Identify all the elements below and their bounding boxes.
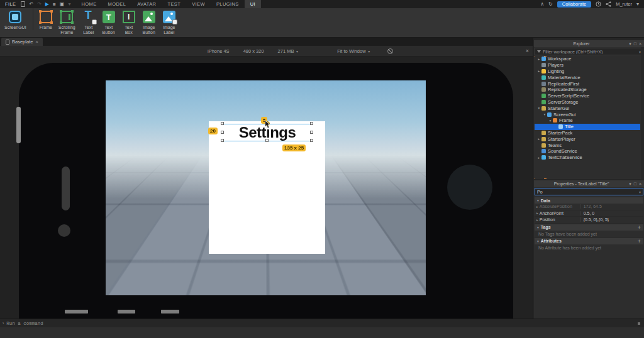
share-icon[interactable] — [606, 1, 611, 7]
file-menu[interactable]: FILE — [0, 1, 21, 7]
explorer-scrollbar[interactable] — [641, 47, 644, 179]
property-expand-icon[interactable]: ▸ — [536, 218, 538, 222]
property-value[interactable]: 172, 64.5 — [580, 204, 643, 209]
history-clock-icon[interactable] — [596, 1, 601, 7]
property-expand-icon[interactable]: ▸ — [536, 205, 538, 209]
properties-float-icon[interactable]: □ — [634, 182, 636, 186]
property-expand-icon[interactable]: ▸ — [536, 211, 538, 215]
explorer-menu-icon[interactable]: ▾ — [629, 41, 631, 46]
tree-row[interactable]: ▸ TextChatService — [535, 155, 640, 161]
device-resolution[interactable]: 480 x 320 — [243, 48, 264, 54]
property-row[interactable]: ▸AbsolutePosition 172, 64.5 — [535, 204, 643, 210]
property-value[interactable]: 0.5, 0 — [580, 211, 643, 215]
tree-row[interactable]: ▾ Frame — [535, 117, 640, 124]
tree-expand-icon[interactable]: ▸ — [536, 137, 541, 141]
device-memory[interactable]: 271 MB ▾ — [278, 48, 299, 54]
tree-row[interactable]: StarterPack — [535, 130, 640, 136]
menu-tab[interactable]: TEST — [162, 0, 186, 8]
tree-expand-icon[interactable]: ▸ — [536, 156, 541, 160]
tree-expand-icon[interactable]: ▸ — [536, 57, 541, 61]
section-attributes[interactable]: ▾ Attributes + — [535, 237, 643, 244]
selection-handle-bottom-right[interactable] — [310, 139, 313, 142]
tab-close-icon[interactable]: × — [35, 39, 38, 45]
ribbon-tool[interactable]: Image Label — [159, 8, 179, 35]
ribbon-tool[interactable]: Image Button — [139, 8, 159, 35]
explorer-filter[interactable]: ▾ — [535, 48, 643, 55]
tree-row[interactable]: ▸ StarterPlayer — [535, 136, 640, 142]
ribbon-tool[interactable]: ScreenGUI — [1, 8, 30, 30]
device-name[interactable]: iPhone 4S — [208, 48, 230, 54]
ribbon-tool[interactable]: Text Label — [79, 8, 99, 35]
selection-handle-bottom-left[interactable] — [221, 139, 224, 142]
menu-tab[interactable]: MODEL — [103, 0, 132, 8]
tree-row[interactable]: Teams — [535, 142, 640, 148]
menu-tab[interactable]: HOME — [75, 0, 102, 8]
command-input[interactable] — [6, 321, 638, 326]
game-viewport[interactable]: Settings 20 5 135 x 25 — [0, 57, 533, 319]
user-dropdown-icon[interactable]: ▾ — [636, 1, 639, 7]
menu-tab[interactable]: UI — [245, 0, 261, 8]
tab-baseplate[interactable]: Baseplate × — [1, 38, 43, 46]
tree-row[interactable]: ▸ Workspace — [535, 56, 640, 62]
properties-filter-input[interactable] — [537, 190, 637, 194]
tree-row[interactable]: ▾ ScreenGui — [535, 111, 640, 117]
selection-handle-mid-right[interactable] — [310, 131, 313, 134]
properties-menu-icon[interactable]: ▾ — [629, 182, 631, 187]
redo-icon[interactable]: ↷ — [37, 0, 42, 8]
property-value[interactable]: {0.5, 0},{0, 5} — [580, 217, 643, 222]
ribbon-tool[interactable]: Scrolling Frame — [55, 8, 79, 35]
gui-frame[interactable]: Settings 20 5 135 x 25 — [209, 121, 325, 254]
tree-row[interactable]: ▾ StarterGui — [535, 105, 640, 111]
selection-handle-bottom-center[interactable] — [265, 139, 269, 142]
collaborate-button[interactable]: Collaborate — [557, 1, 591, 8]
tree-row[interactable]: ReplicatedStorage — [535, 87, 640, 93]
selection-handle-mid-left[interactable] — [221, 131, 224, 134]
ribbon-tool[interactable]: Frame — [33, 8, 55, 30]
tree-row[interactable]: SoundService — [535, 148, 640, 155]
chevron-up-icon[interactable]: ∧ — [540, 1, 544, 7]
menu-tab[interactable]: AVATAR — [131, 0, 162, 8]
add-attribute-icon[interactable]: + — [638, 238, 641, 244]
property-row[interactable]: ▸AnchorPoint 0.5, 0 — [535, 210, 643, 217]
undo-icon[interactable]: ↶ — [29, 0, 33, 8]
commandbar-corner-icon[interactable] — [638, 322, 640, 325]
tree-row[interactable]: MaterialService — [535, 74, 640, 80]
tree-expand-icon[interactable]: ▾ — [536, 106, 541, 110]
properties-close-icon[interactable]: × — [639, 182, 641, 186]
properties-filter-dropdown-icon[interactable]: ▾ — [639, 190, 641, 194]
stop-icon[interactable]: ■ — [53, 0, 56, 8]
rotate-device-icon[interactable] — [387, 48, 393, 54]
tree-row[interactable]: Players — [535, 62, 640, 68]
username[interactable]: M_ruter — [616, 1, 632, 7]
tree-expand-icon[interactable]: ▸ — [536, 69, 541, 73]
explorer-filter-input[interactable] — [543, 50, 637, 54]
selection-handle-top-right[interactable] — [310, 122, 313, 125]
tree-row[interactable]: Title — [535, 124, 640, 130]
tree-row[interactable]: ServerStorage — [535, 99, 640, 106]
menu-tab[interactable]: VIEW — [186, 0, 211, 8]
section-tags[interactable]: ▾ Tags + — [535, 224, 643, 231]
tree-row[interactable]: ▸ Lighting — [535, 68, 640, 75]
properties-filter[interactable]: ▾ — [535, 188, 643, 195]
insert-window-icon[interactable]: ▣ — [60, 0, 65, 8]
fit-to-window-dropdown[interactable]: Fit to Window ▾ — [337, 48, 370, 54]
menu-tab[interactable]: PLUGINS — [211, 0, 245, 8]
add-tag-icon[interactable]: + — [638, 224, 641, 231]
play-icon[interactable]: ▶ — [45, 0, 49, 8]
save-icon[interactable] — [21, 1, 25, 7]
property-row[interactable]: ▸Position {0.5, 0},{0, 5} — [535, 217, 643, 224]
phone-screen[interactable]: Settings 20 5 135 x 25 — [106, 80, 426, 295]
explorer-float-icon[interactable]: □ — [634, 41, 636, 46]
sync-icon[interactable]: ↻ — [548, 1, 553, 7]
explorer-close-icon[interactable]: × — [639, 41, 641, 46]
tree-row[interactable]: ServerScriptService — [535, 93, 640, 99]
tree-expand-icon[interactable]: ▾ — [542, 112, 547, 116]
tree-row[interactable]: ReplicatedFirst — [535, 80, 640, 87]
ribbon-tool[interactable]: Text Box — [119, 8, 139, 35]
ribbon-tool[interactable]: Text Button — [99, 8, 119, 35]
devicebar-close-icon[interactable]: × — [526, 48, 529, 54]
selection-handle-top-left[interactable] — [221, 122, 224, 125]
tree-expand-icon[interactable]: ▾ — [548, 119, 553, 123]
customize-toolbar-icon[interactable]: ▾ — [68, 0, 70, 8]
section-data[interactable]: ▾ Data — [535, 197, 643, 204]
